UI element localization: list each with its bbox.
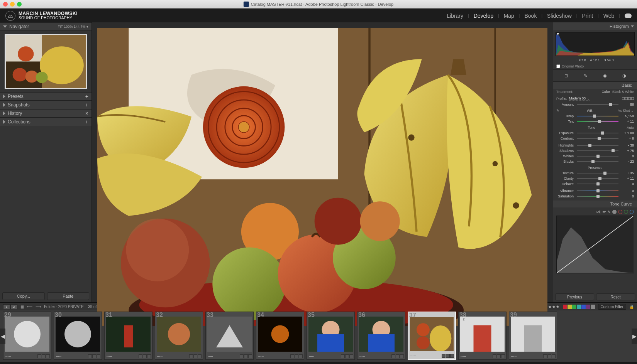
mask-tool-icon[interactable]: ◑ [621,72,628,79]
module-slideshow[interactable]: Slideshow [547,13,572,19]
navigator-zoom[interactable]: FIT 100% 144.7% ▾ [58,25,88,29]
thumb-rating: ••••• [410,354,416,357]
thumb-rating: ••••• [5,354,11,358]
stack-badge[interactable]: 2 [461,317,466,322]
filmstrip-thumb[interactable]: 39••••• [509,312,557,360]
navigator-header[interactable]: Navigator FIT 100% 144.7% ▾ [0,22,91,31]
filmstrip-thumb[interactable]: 31••••• [104,312,152,360]
basic-panel-header[interactable]: Basic [553,82,637,89]
dehaze-slider[interactable] [577,182,618,185]
shadows-slider[interactable] [577,149,618,152]
profile-picker[interactable]: Modern 03 ⌄ [569,96,590,101]
texture-slider[interactable] [577,172,618,175]
previous-button[interactable]: Previous [555,293,594,300]
whites-slider[interactable] [577,155,618,158]
curve-red[interactable] [618,210,622,214]
history-header[interactable]: History× [0,109,91,118]
svg-point-3 [18,46,34,61]
thumb-badges [88,354,100,358]
filmstrip-thumb[interactable]: 32••••• [155,312,203,360]
grid-icon[interactable]: ▦ [20,305,24,309]
jump-fwd-icon[interactable]: ⟶ [36,305,41,309]
filmstrip-left-icon[interactable]: ◀ [0,329,5,344]
copy-button[interactable]: Copy... [2,292,45,300]
original-photo-checkbox[interactable] [556,64,560,68]
reset-button[interactable]: Reset [596,293,635,300]
tonecurve-header[interactable]: Tone Curve [553,201,637,207]
svg-point-7 [36,72,48,83]
add-icon[interactable]: + [85,102,88,108]
module-print[interactable]: Print [582,13,593,19]
treatment-color[interactable]: Color [601,90,610,94]
module-develop[interactable]: Develop [474,13,493,19]
curve-green[interactable] [624,210,628,214]
filmstrip-thumb[interactable]: 30••••• [54,312,102,360]
histogram[interactable] [553,30,637,57]
collections-header[interactable]: Collections+ [0,118,91,126]
highlights-slider[interactable] [577,144,618,147]
redeye-tool-icon[interactable]: ◉ [601,72,608,79]
module-web[interactable]: Web [603,13,615,19]
contrast-slider[interactable] [577,137,618,140]
filter-preset[interactable]: Custom Filter [598,304,626,310]
thumb-rating: ••••• [208,354,213,358]
histogram-header[interactable]: Histogram [553,22,637,30]
module-book[interactable]: Book [524,13,537,19]
add-icon[interactable]: + [85,93,88,99]
add-icon[interactable]: + [85,119,88,125]
snapshots-header[interactable]: Snapshots+ [0,101,91,109]
thumb-image [359,317,403,352]
logo-line2: SOUND OF PHOTOGRAPHY [19,16,78,20]
filmstrip-thumb[interactable]: 29••••• [3,312,51,360]
window-title: Catalog MASTER-v11.lrcat - Adobe Photosh… [251,2,393,7]
curve-rgb[interactable] [612,210,617,214]
filmstrip-thumb[interactable]: 34••••• [256,312,304,360]
profile-browser-icon[interactable] [622,97,634,101]
temp-slider[interactable] [577,115,618,118]
saturation-slider[interactable] [577,195,618,198]
thumb-image [511,317,555,352]
thumb-rating: ••••• [107,354,112,358]
spot-tool-icon[interactable]: ✎ [582,72,589,79]
filter-labels[interactable] [563,305,595,309]
curve-blue[interactable] [630,210,634,214]
filmstrip-thumb[interactable]: 35••••• [307,312,355,360]
clarity-slider[interactable] [577,177,618,180]
jump-back-icon[interactable]: ⟵ [27,305,32,309]
crop-tool-icon[interactable]: ⊡ [562,72,569,79]
filmstrip-thumb[interactable]: 37••••• [408,312,456,360]
navigator-preview[interactable] [0,31,91,92]
secondary-display[interactable]: 12 [3,304,17,309]
loupe-view[interactable] [92,22,553,331]
filmstrip-thumb[interactable]: 382••••• [458,312,507,360]
treatment-bw[interactable]: Black & White [612,90,634,94]
cloud-sync-icon[interactable] [625,13,632,18]
exposure-slider[interactable] [577,131,618,135]
auto-tone[interactable]: Auto [627,126,634,130]
thumb-image [5,317,49,352]
close-window-icon[interactable] [3,2,8,7]
amount-slider[interactable] [577,103,618,106]
module-map[interactable]: Map [504,13,514,19]
traffic-lights[interactable] [3,2,22,7]
wb-preset[interactable]: As Shot ⌄ [618,109,634,113]
filmstrip-thumb[interactable]: 33••••• [205,312,254,360]
vibrance-slider[interactable] [577,189,618,192]
curve-tat-icon[interactable]: ✎ [608,210,611,214]
filter-lock-icon[interactable]: 🔒 [629,305,634,309]
presets-header[interactable]: Presets+ [0,92,91,101]
thumb-image [56,317,100,352]
minimize-window-icon[interactable] [10,2,15,7]
tone-curve[interactable] [556,216,634,273]
thumb-rating: ••••• [359,354,365,358]
clear-icon[interactable]: × [85,110,88,116]
fullscreen-window-icon[interactable] [17,2,22,7]
filmstrip-right-icon[interactable]: ▶ [632,329,637,344]
thumb-index: 33 [207,312,213,318]
filmstrip-thumb[interactable]: 36••••• [357,312,405,360]
blacks-slider[interactable] [577,160,618,163]
thumb-index: 30 [55,312,62,318]
paste-button[interactable]: Paste [47,292,90,300]
module-library[interactable]: Library [447,13,463,19]
tint-slider[interactable] [577,120,618,123]
